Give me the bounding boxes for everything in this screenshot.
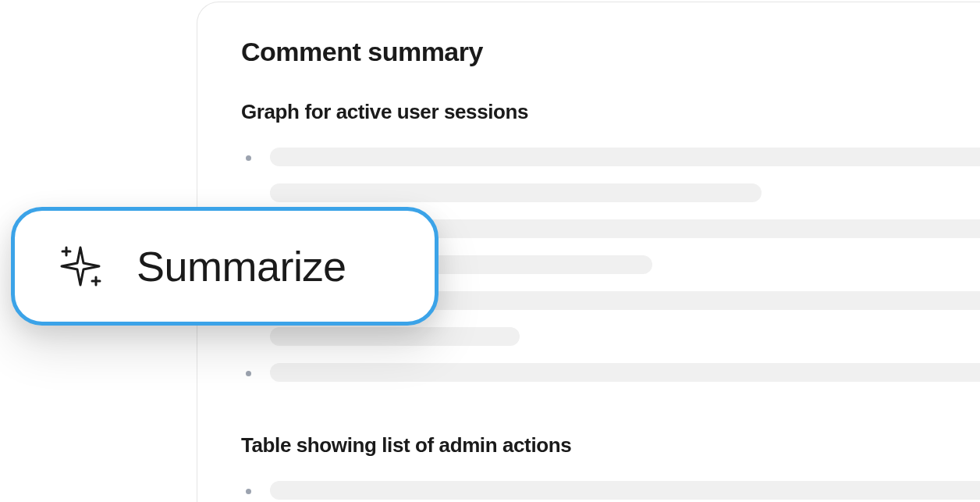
sparkle-icon <box>55 241 105 291</box>
skeleton-line <box>270 481 980 500</box>
bullet-icon <box>246 489 251 494</box>
summarize-button[interactable]: Summarize <box>11 207 439 326</box>
skeleton-line <box>270 363 980 382</box>
bullet-icon <box>246 371 251 376</box>
section-heading-table: Table showing list of admin actions <box>241 433 980 457</box>
skeleton-text <box>270 481 980 502</box>
bullet-icon <box>246 155 251 161</box>
skeleton-line <box>270 327 520 346</box>
page-title: Comment summary <box>241 37 980 67</box>
skeleton-line <box>270 183 762 202</box>
summarize-label: Summarize <box>137 242 346 290</box>
skeleton-line <box>270 148 980 166</box>
skeleton-text <box>270 363 980 399</box>
list-item <box>241 481 980 502</box>
list-item <box>241 363 980 399</box>
section-heading-graph: Graph for active user sessions <box>241 100 980 124</box>
